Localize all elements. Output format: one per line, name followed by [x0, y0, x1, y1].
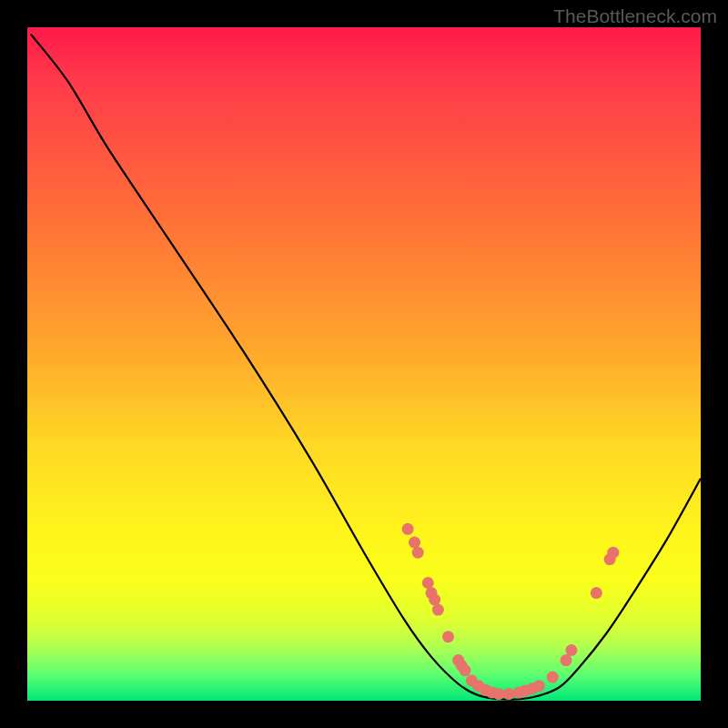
- data-point: [565, 644, 577, 656]
- data-point: [591, 587, 602, 599]
- bottleneck-curve: [31, 34, 701, 699]
- chart-plot-area: [27, 27, 701, 701]
- data-point: [607, 547, 619, 559]
- watermark-text: TheBottleneck.com: [553, 5, 717, 27]
- data-point: [460, 664, 471, 676]
- data-point: [493, 688, 505, 700]
- data-point: [422, 577, 434, 589]
- data-points-group: [402, 523, 620, 700]
- data-point: [503, 688, 515, 700]
- data-point: [547, 672, 559, 683]
- chart-svg: [27, 27, 701, 701]
- data-point: [409, 537, 420, 549]
- data-point: [412, 547, 424, 559]
- data-point: [533, 680, 545, 692]
- data-point: [429, 594, 440, 606]
- data-point: [432, 604, 444, 616]
- data-point: [442, 631, 454, 642]
- data-point: [402, 523, 414, 535]
- data-point: [561, 654, 572, 666]
